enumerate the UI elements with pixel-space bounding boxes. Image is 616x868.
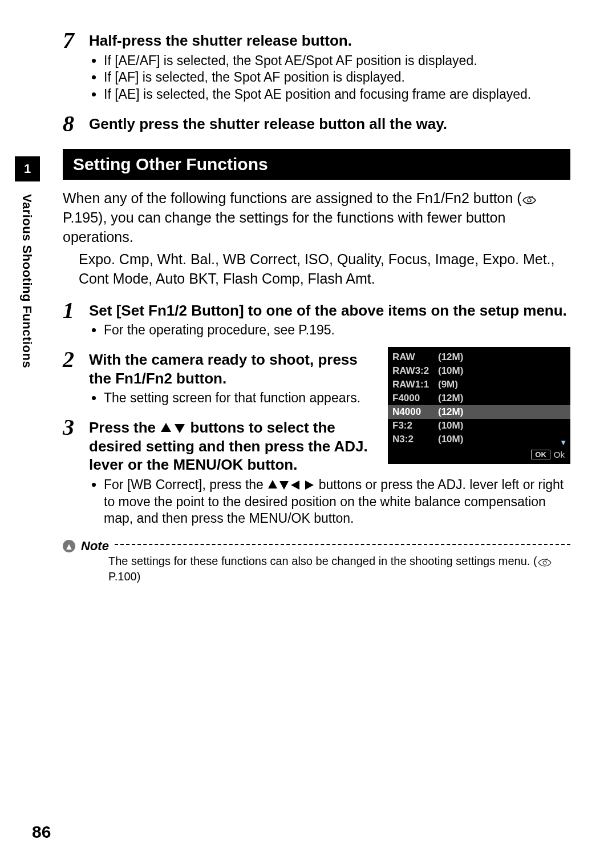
- ok-button-icon: OK: [531, 450, 550, 459]
- lcd-row: F3:2(10M): [388, 419, 570, 433]
- step-title: Set [Set Fn1/2 Button] to one of the abo…: [89, 301, 570, 320]
- bullet-item: The setting screen for that function app…: [104, 390, 374, 407]
- step-8: 8 Gently press the shutter release butto…: [63, 112, 570, 135]
- bullet-item: If [AE] is selected, the Spot AE positio…: [104, 86, 570, 103]
- scroll-down-icon: ▼: [560, 438, 567, 447]
- svg-point-0: [528, 199, 531, 202]
- up-down-arrows-icon: [160, 419, 186, 436]
- lcd-footer: OK Ok: [388, 446, 570, 464]
- bullet-item: For [WB Correct], press the buttons or p…: [104, 477, 570, 528]
- step-bullets: For the operating procedure, see P.195.: [99, 322, 570, 339]
- substep-2: 2 With the camera ready to shoot, press …: [63, 348, 374, 413]
- step-number: 1: [63, 299, 86, 322]
- svg-marker-4: [279, 481, 289, 490]
- intro-text: ), you can change the settings for the f…: [63, 209, 505, 245]
- step-title: Half-press the shutter release button.: [89, 31, 570, 50]
- step-bullets: For [WB Correct], press the buttons or p…: [99, 477, 570, 528]
- note-label: Note: [81, 539, 109, 554]
- substep-3: 3 Press the buttons to select the desire…: [63, 416, 374, 474]
- lcd-row: RAW1:1(9M): [388, 378, 570, 391]
- svg-marker-2: [175, 424, 185, 433]
- four-way-arrows-icon: [267, 477, 315, 492]
- bullet-item: If [AF] is selected, the Spot AF positio…: [104, 69, 570, 86]
- bullet-item: If [AE/AF] is selected, the Spot AE/Spot…: [104, 53, 570, 70]
- ok-label: Ok: [554, 450, 565, 459]
- lcd-row: N3:2(10M)▼: [388, 433, 570, 446]
- lcd-row: RAW3:2(10M): [388, 364, 570, 378]
- step-bullets: The setting screen for that function app…: [99, 390, 374, 407]
- step-7: 7 Half-press the shutter release button.…: [63, 29, 570, 109]
- chapter-title-vertical: Various Shooting Functions: [19, 194, 34, 368]
- step-number: 8: [63, 112, 86, 135]
- intro-text: When any of the following functions are …: [63, 190, 522, 206]
- manual-page: 1 Various Shooting Functions 7 Half-pres…: [0, 0, 616, 868]
- step-title: Press the buttons to select the desired …: [89, 418, 374, 474]
- svg-point-7: [543, 561, 546, 564]
- svg-marker-1: [161, 423, 171, 432]
- reference-icon: [537, 554, 552, 563]
- substep-1: 1 Set [Set Fn1/2 Button] to one of the a…: [63, 299, 570, 345]
- bullet-item: For the operating procedure, see P.195.: [104, 322, 570, 339]
- step-title: Gently press the shutter release button …: [89, 115, 570, 134]
- note-dashes: [115, 544, 570, 545]
- note-bullet-icon: [63, 540, 75, 552]
- step-bullets: If [AE/AF] is selected, the Spot AE/Spot…: [99, 53, 570, 104]
- svg-marker-3: [268, 480, 277, 488]
- intro-function-list: Expo. Cmp, Wht. Bal., WB Correct, ISO, Q…: [79, 250, 570, 289]
- step-title: With the camera ready to shoot, press th…: [89, 350, 374, 387]
- lcd-row: RAW(12M): [388, 350, 570, 364]
- intro-paragraph: When any of the following functions are …: [63, 189, 570, 247]
- lcd-row-selected: N4000(12M): [388, 405, 570, 419]
- chapter-tab: 1: [15, 156, 40, 181]
- page-content: 7 Half-press the shutter release button.…: [63, 29, 570, 584]
- svg-marker-5: [291, 481, 299, 490]
- chapter-number: 1: [24, 162, 31, 176]
- page-number: 86: [32, 822, 51, 842]
- step-number: 2: [63, 348, 86, 371]
- camera-lcd-preview: RAW(12M) RAW3:2(10M) RAW1:1(9M) F4000(12…: [388, 347, 570, 464]
- substep-2-row: 2 With the camera ready to shoot, press …: [63, 345, 570, 474]
- intro-ref: P.195: [63, 209, 98, 225]
- lcd-row: F4000(12M): [388, 391, 570, 405]
- note-heading-row: Note: [63, 539, 570, 554]
- section-heading: Setting Other Functions: [63, 149, 570, 180]
- step-number: 7: [63, 29, 86, 52]
- note-text: The settings for these functions can als…: [108, 554, 570, 584]
- step-number: 3: [63, 416, 86, 439]
- svg-marker-6: [305, 481, 314, 490]
- reference-icon: [522, 189, 537, 199]
